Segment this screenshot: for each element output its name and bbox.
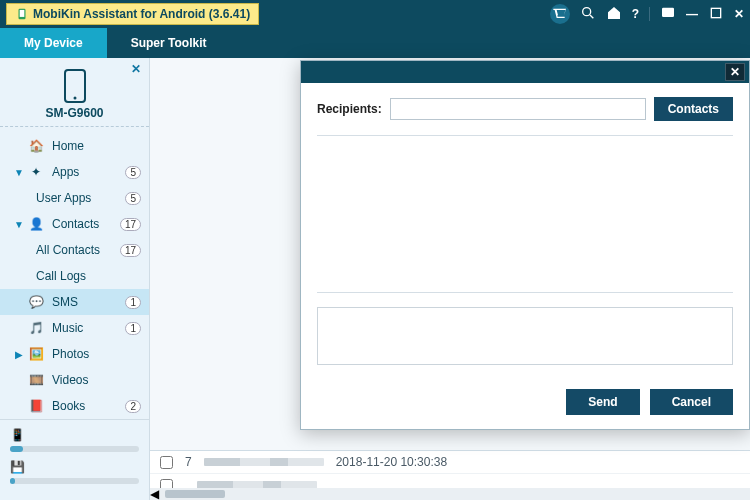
sidebar-item-apps[interactable]: ▼ ✦ Apps 5 bbox=[0, 159, 149, 185]
send-button[interactable]: Send bbox=[566, 389, 639, 415]
books-icon: 📕 bbox=[26, 399, 46, 413]
dialog-footer: Send Cancel bbox=[301, 379, 749, 429]
scrollbar-thumb[interactable] bbox=[165, 490, 225, 498]
sidebar-item-label: All Contacts bbox=[36, 243, 120, 257]
count-badge: 1 bbox=[125, 296, 141, 309]
phone-storage-icon: 📱 bbox=[10, 428, 25, 442]
app-title-badge: MobiKin Assistant for Android (3.6.41) bbox=[6, 3, 259, 25]
app-logo-icon bbox=[15, 7, 29, 21]
titlebar: MobiKin Assistant for Android (3.6.41) ?… bbox=[0, 0, 750, 28]
cart-icon[interactable] bbox=[550, 4, 570, 24]
apps-icon: ✦ bbox=[26, 165, 46, 179]
sidebar-item-label: Home bbox=[52, 139, 141, 153]
message-table: 7 2018-11-20 10:30:38 ◀ bbox=[150, 450, 750, 500]
scroll-left-icon[interactable]: ◀ bbox=[150, 487, 159, 500]
main-area: ✕ SM-G9600 🏠 Home ▼ ✦ Apps 5 User Apps 5… bbox=[0, 58, 750, 500]
row-index: 7 bbox=[185, 455, 192, 469]
divider bbox=[317, 292, 733, 293]
storage-bar-internal bbox=[10, 446, 139, 452]
row-timestamp: 2018-11-20 10:30:38 bbox=[336, 455, 447, 469]
svg-rect-1 bbox=[20, 10, 25, 17]
count-badge: 5 bbox=[125, 192, 141, 205]
device-close-icon[interactable]: ✕ bbox=[131, 62, 141, 76]
svg-point-7 bbox=[73, 97, 76, 100]
minimize-icon[interactable]: — bbox=[686, 7, 698, 21]
sms-icon: 💬 bbox=[26, 295, 46, 309]
feedback-icon[interactable] bbox=[660, 5, 676, 24]
row-checkbox[interactable] bbox=[160, 456, 173, 469]
titlebar-controls: ? — ✕ bbox=[550, 4, 744, 24]
sidebar-item-all-contacts[interactable]: All Contacts 17 bbox=[0, 237, 149, 263]
sidebar-item-label: Contacts bbox=[52, 217, 120, 231]
chevron-right-icon: ▶ bbox=[14, 349, 24, 360]
sidebar-item-label: Videos bbox=[52, 373, 141, 387]
sidebar-item-sms[interactable]: 💬 SMS 1 bbox=[0, 289, 149, 315]
count-badge: 17 bbox=[120, 244, 141, 257]
home-icon: 🏠 bbox=[26, 139, 46, 153]
sidebar-item-photos[interactable]: ▶ 🖼️ Photos bbox=[0, 341, 149, 367]
sidebar-item-books[interactable]: 📕 Books 2 bbox=[0, 393, 149, 419]
sidebar-item-label: SMS bbox=[52, 295, 125, 309]
dialog-body: Recipients: Contacts bbox=[301, 83, 749, 379]
home-top-icon[interactable] bbox=[606, 5, 622, 24]
cancel-button[interactable]: Cancel bbox=[650, 389, 733, 415]
close-app-icon[interactable]: ✕ bbox=[734, 7, 744, 21]
sidebar-item-label: User Apps bbox=[36, 191, 125, 205]
recipients-label: Recipients: bbox=[317, 102, 382, 116]
device-box[interactable]: ✕ SM-G9600 bbox=[0, 58, 149, 127]
titlebar-separator bbox=[649, 7, 650, 21]
tab-super-toolkit[interactable]: Super Toolkit bbox=[107, 28, 231, 58]
svg-line-3 bbox=[590, 15, 593, 18]
svg-point-2 bbox=[582, 7, 590, 15]
recipients-input[interactable] bbox=[390, 98, 646, 120]
device-name: SM-G9600 bbox=[45, 106, 103, 120]
storage-meter: 📱 💾 bbox=[0, 419, 149, 500]
sidebar-item-user-apps[interactable]: User Apps 5 bbox=[0, 185, 149, 211]
contacts-icon: 👤 bbox=[26, 217, 46, 231]
sidebar-item-contacts[interactable]: ▼ 👤 Contacts 17 bbox=[0, 211, 149, 237]
sidebar-item-home[interactable]: 🏠 Home bbox=[0, 133, 149, 159]
phone-icon bbox=[61, 68, 89, 104]
sidebar-item-music[interactable]: 🎵 Music 1 bbox=[0, 315, 149, 341]
count-badge: 5 bbox=[125, 166, 141, 179]
sidebar-item-label: Music bbox=[52, 321, 125, 335]
maximize-icon[interactable] bbox=[708, 5, 724, 24]
chevron-down-icon: ▼ bbox=[14, 167, 24, 178]
help-icon[interactable]: ? bbox=[632, 7, 639, 21]
message-textarea[interactable] bbox=[317, 307, 733, 365]
tab-my-device[interactable]: My Device bbox=[0, 28, 107, 58]
redacted-text bbox=[204, 458, 324, 466]
sidebar-item-label: Books bbox=[52, 399, 125, 413]
horizontal-scrollbar[interactable]: ◀ bbox=[150, 488, 750, 500]
count-badge: 1 bbox=[125, 322, 141, 335]
app-title: MobiKin Assistant for Android (3.6.41) bbox=[33, 7, 250, 21]
main-tabs: My Device Super Toolkit bbox=[0, 28, 750, 58]
sidebar: ✕ SM-G9600 🏠 Home ▼ ✦ Apps 5 User Apps 5… bbox=[0, 58, 150, 500]
sidebar-item-label: Photos bbox=[52, 347, 141, 361]
photos-icon: 🖼️ bbox=[26, 347, 46, 361]
videos-icon: 🎞️ bbox=[26, 373, 46, 387]
sidebar-nav: 🏠 Home ▼ ✦ Apps 5 User Apps 5 ▼ 👤 Contac… bbox=[0, 127, 149, 419]
dialog-header: ✕ bbox=[301, 61, 749, 83]
divider bbox=[317, 135, 733, 136]
sidebar-item-label: Apps bbox=[52, 165, 125, 179]
count-badge: 17 bbox=[120, 218, 141, 231]
sidebar-item-videos[interactable]: 🎞️ Videos bbox=[0, 367, 149, 393]
new-sms-dialog: ✕ Recipients: Contacts Send Cancel bbox=[300, 60, 750, 430]
count-badge: 2 bbox=[125, 400, 141, 413]
sidebar-item-call-logs[interactable]: Call Logs bbox=[0, 263, 149, 289]
recipients-row: Recipients: Contacts bbox=[317, 97, 733, 121]
sidebar-item-label: Call Logs bbox=[36, 269, 141, 283]
close-icon[interactable]: ✕ bbox=[725, 63, 745, 81]
contacts-button[interactable]: Contacts bbox=[654, 97, 733, 121]
table-row[interactable]: 7 2018-11-20 10:30:38 bbox=[150, 451, 750, 474]
svg-rect-5 bbox=[711, 8, 720, 17]
content-pane: Connect via WIFI 🔍 11-26 17:20:02 [1] ✕ bbox=[150, 58, 750, 500]
storage-bar-sd bbox=[10, 478, 139, 484]
search-top-icon[interactable] bbox=[580, 5, 596, 24]
sd-storage-icon: 💾 bbox=[10, 460, 25, 474]
chevron-down-icon: ▼ bbox=[14, 219, 24, 230]
music-icon: 🎵 bbox=[26, 321, 46, 335]
svg-rect-4 bbox=[662, 7, 674, 16]
